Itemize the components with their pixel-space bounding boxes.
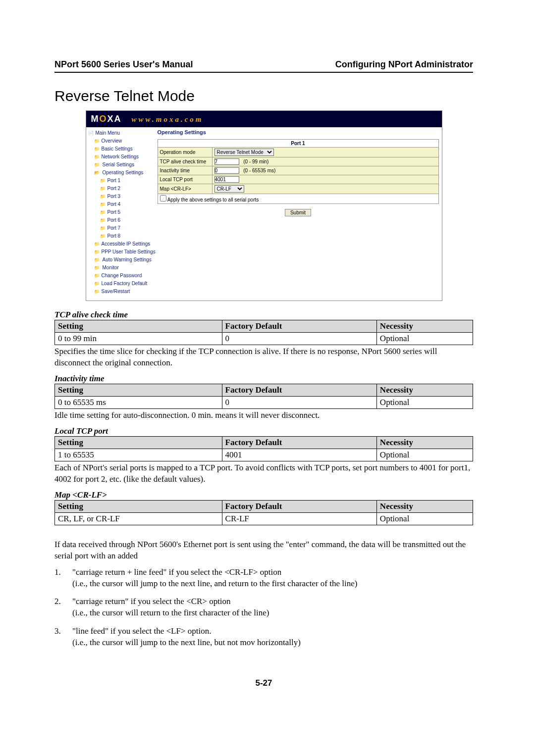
th-necessity: Necessity bbox=[376, 320, 473, 333]
admin-panel: MOXA www.moxa.com Main Menu Overview Bas… bbox=[86, 110, 442, 301]
tcp-alive-necessity: Optional bbox=[376, 333, 473, 345]
apply-all-checkbox[interactable] bbox=[160, 195, 166, 202]
map-crlf-select[interactable]: CR-LF bbox=[214, 185, 244, 193]
nav-save-restart[interactable]: Save/Restart bbox=[88, 288, 155, 296]
li2-sub: (i.e., the cursor will return to the fir… bbox=[72, 608, 269, 617]
local-tcp-necessity: Optional bbox=[376, 449, 473, 461]
nav-accessible-ip[interactable]: Accessible IP Settings bbox=[88, 240, 155, 248]
nav-change-password[interactable]: Change Password bbox=[88, 272, 155, 280]
tcp-alive-setting: 0 to 99 min bbox=[55, 333, 222, 345]
nav-overview[interactable]: Overview bbox=[88, 137, 155, 145]
tcp-alive-hint: (0 - 99 min) bbox=[243, 159, 268, 164]
local-tcp-note: Each of NPort's serial ports is mapped t… bbox=[54, 462, 473, 485]
cfg-tcp-alive-cell: (0 - 99 min) bbox=[212, 157, 438, 166]
inactivity-default: 0 bbox=[222, 396, 376, 408]
cfg-map-label: Map <CR-LF> bbox=[158, 184, 212, 194]
page-header: NPort 5600 Series User's Manual Configur… bbox=[54, 59, 473, 70]
operation-mode-select[interactable]: Reverse Telnet Mode bbox=[214, 149, 274, 156]
logo-dot: O bbox=[100, 114, 107, 124]
cfg-inactivity-cell: (0 - 65535 ms) bbox=[212, 166, 438, 175]
list-item-1: "carriage return + line feed" if you sel… bbox=[54, 567, 473, 590]
header-left: NPort 5600 Series User's Manual bbox=[54, 59, 193, 70]
map-crlf-setting: CR, LF, or CR-LF bbox=[55, 512, 222, 525]
map-crlf-default: CR-LF bbox=[222, 512, 376, 525]
inactivity-title: Inactivity time bbox=[54, 374, 473, 384]
panel-heading: Operating Settings bbox=[158, 129, 439, 135]
inactivity-table: Setting Factory Default Necessity 0 to 6… bbox=[54, 384, 473, 409]
panel-topbar: MOXA www.moxa.com bbox=[86, 111, 442, 127]
section-title: Reverse Telnet Mode bbox=[54, 88, 473, 104]
nav-port8[interactable]: Port 8 bbox=[88, 232, 155, 240]
cfg-apply-cell: Apply the above settings to all serial p… bbox=[158, 194, 438, 204]
li3-lead: "line feed" if you select the <LF> optio… bbox=[72, 626, 211, 636]
th-default: Factory Default bbox=[222, 384, 376, 396]
logo-m: M bbox=[91, 114, 100, 124]
tcp-alive-default: 0 bbox=[222, 333, 376, 345]
li1-sub: (i.e., the cursor will jump to the next … bbox=[72, 579, 357, 588]
submit-button[interactable]: Submit bbox=[285, 209, 311, 216]
cfg-operation-mode-cell: Reverse Telnet Mode bbox=[212, 148, 438, 157]
nav-port6[interactable]: Port 6 bbox=[88, 216, 155, 224]
th-default: Factory Default bbox=[222, 320, 376, 333]
header-rule bbox=[54, 72, 473, 73]
inactivity-setting: 0 to 65535 ms bbox=[55, 396, 222, 408]
th-default: Factory Default bbox=[222, 500, 376, 512]
th-necessity: Necessity bbox=[376, 384, 473, 396]
nav-auto-warning[interactable]: Auto Warning Settings bbox=[88, 256, 155, 264]
th-setting: Setting bbox=[55, 436, 222, 449]
map-crlf-table: Setting Factory Default Necessity CR, LF… bbox=[54, 500, 473, 525]
nav-network-settings[interactable]: Network Settings bbox=[88, 153, 155, 161]
nav-port7[interactable]: Port 7 bbox=[88, 224, 155, 232]
nav-port2[interactable]: Port 2 bbox=[88, 185, 155, 193]
th-setting: Setting bbox=[55, 320, 222, 333]
map-crlf-title: Map <CR-LF> bbox=[54, 490, 473, 500]
th-default: Factory Default bbox=[222, 436, 376, 449]
page-number: 5-27 bbox=[54, 678, 473, 688]
inactivity-necessity: Optional bbox=[376, 396, 473, 408]
cfg-port-header: Port 1 bbox=[158, 140, 438, 148]
map-crlf-necessity: Optional bbox=[376, 512, 473, 525]
crlf-list: "carriage return + line feed" if you sel… bbox=[54, 567, 473, 649]
crlf-intro: If data received through NPort 5600's Et… bbox=[54, 539, 473, 562]
local-tcp-title: Local TCP port bbox=[54, 426, 473, 436]
nav-serial-settings[interactable]: Serial Settings bbox=[88, 161, 155, 169]
panel-main: Operating Settings Port 1 Operation mode… bbox=[156, 127, 442, 301]
inactivity-hint: (0 - 65535 ms) bbox=[243, 168, 275, 173]
cfg-apply-label: Apply the above settings to all serial p… bbox=[167, 197, 259, 202]
local-tcp-table: Setting Factory Default Necessity 1 to 6… bbox=[54, 436, 473, 461]
local-tcp-default: 4001 bbox=[222, 449, 376, 461]
tcp-alive-title: TCP alive check time bbox=[54, 310, 473, 320]
nav-operating-settings[interactable]: Operating Settings bbox=[88, 169, 155, 177]
nav-main-menu[interactable]: Main Menu bbox=[88, 129, 155, 137]
nav-ppp-user-table[interactable]: PPP User Table Settings bbox=[88, 248, 155, 256]
nav-basic-settings[interactable]: Basic Settings bbox=[88, 145, 155, 153]
logo-xa: XA bbox=[107, 114, 122, 124]
th-necessity: Necessity bbox=[376, 500, 473, 512]
tcp-alive-note: Specifies the time slice for checking if… bbox=[54, 346, 473, 369]
nav-monitor[interactable]: Monitor bbox=[88, 264, 155, 272]
th-setting: Setting bbox=[55, 384, 222, 396]
nav-port1[interactable]: Port 1 bbox=[88, 177, 155, 185]
nav-port3[interactable]: Port 3 bbox=[88, 193, 155, 201]
cfg-local-tcp-cell bbox=[212, 175, 438, 184]
list-item-2: "carriage return" if you select the <CR>… bbox=[54, 596, 473, 619]
nav-port4[interactable]: Port 4 bbox=[88, 201, 155, 208]
list-item-3: "line feed" if you select the <LF> optio… bbox=[54, 626, 473, 649]
tcp-alive-table: Setting Factory Default Necessity 0 to 9… bbox=[54, 320, 473, 345]
inactivity-input[interactable] bbox=[214, 167, 239, 174]
local-tcp-input[interactable] bbox=[214, 176, 239, 183]
local-tcp-setting: 1 to 65535 bbox=[55, 449, 222, 461]
inactivity-note: Idle time setting for auto-disconnection… bbox=[54, 410, 473, 421]
nav-port5[interactable]: Port 5 bbox=[88, 208, 155, 216]
li1-lead: "carriage return + line feed" if you sel… bbox=[72, 567, 281, 577]
cfg-operation-mode-label: Operation mode bbox=[158, 148, 212, 157]
cfg-map-cell: CR-LF bbox=[212, 184, 438, 194]
li3-sub: (i.e., the cursor will jump to the next … bbox=[72, 638, 301, 647]
cfg-local-tcp-label: Local TCP port bbox=[158, 175, 212, 184]
moxa-logo: MOXA bbox=[91, 114, 122, 124]
config-table: Port 1 Operation mode Reverse Telnet Mod… bbox=[158, 139, 439, 204]
nav-load-factory-default[interactable]: Load Factory Default bbox=[88, 280, 155, 288]
panel-nav: Main Menu Overview Basic Settings Networ… bbox=[86, 127, 156, 301]
header-right: Configuring NPort Administrator bbox=[335, 59, 473, 70]
tcp-alive-input[interactable] bbox=[214, 158, 239, 165]
